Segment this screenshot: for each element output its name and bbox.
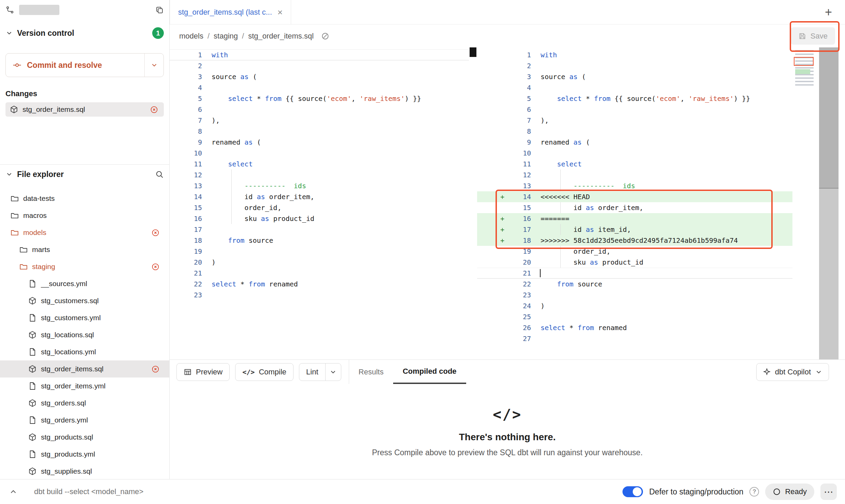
- file-explorer-header[interactable]: File explorer: [0, 165, 169, 184]
- file-item-stg-orders-sql[interactable]: stg_orders.sql: [0, 395, 169, 412]
- breadcrumb-separator: /: [207, 32, 210, 41]
- file-item-stg-locations-sql[interactable]: stg_locations.sql: [0, 326, 169, 343]
- editor-scrollbar[interactable]: [819, 47, 839, 359]
- item-label: stg_orders.sql: [41, 399, 86, 407]
- compile-button[interactable]: </> Compile: [235, 363, 293, 381]
- item-label: stg_locations.yml: [41, 348, 96, 356]
- scrollbar-thumb[interactable]: [470, 47, 476, 57]
- file-item-stg-supplies-sql[interactable]: stg_supplies.sql: [0, 463, 169, 479]
- item-label: stg_products.yml: [41, 450, 95, 458]
- doc-icon: [28, 382, 37, 390]
- folder-item-marts[interactable]: marts: [0, 241, 169, 258]
- discard-change-icon[interactable]: [150, 105, 158, 114]
- more-options-button[interactable]: ⋯: [820, 484, 837, 500]
- folder-item-staging[interactable]: staging: [0, 258, 169, 275]
- tab-compiled-code[interactable]: Compiled code: [393, 360, 466, 384]
- close-tab-icon[interactable]: ×: [277, 8, 283, 17]
- breadcrumb-separator: /: [242, 32, 244, 41]
- line-number: 21: [170, 268, 202, 279]
- version-control-header[interactable]: Version control 1: [5, 25, 164, 41]
- diff-added-marker: [477, 115, 504, 126]
- dbt-copilot-label: dbt Copilot: [775, 368, 811, 376]
- file-item-stg-locations-yml[interactable]: stg_locations.yml: [0, 343, 169, 360]
- file-item--sources-yml[interactable]: __sources.yml: [0, 275, 169, 292]
- ready-status-button[interactable]: Ready: [765, 484, 814, 500]
- scrollbar-thumb[interactable]: [819, 47, 839, 189]
- line-number: 23: [170, 290, 202, 300]
- doc-icon: [28, 347, 37, 356]
- command-text[interactable]: dbt build --select <model_name>: [34, 487, 143, 496]
- doc-icon: [28, 450, 37, 459]
- main-content: stg_order_items.sql (last c... × + model…: [170, 0, 845, 479]
- indent-guide: [560, 246, 561, 257]
- line-number: 10: [504, 148, 531, 159]
- folder-item-macros[interactable]: macros: [0, 207, 169, 224]
- line-number: 7: [170, 115, 202, 126]
- folder-icon: [10, 228, 19, 237]
- discard-change-icon[interactable]: [151, 228, 160, 237]
- defer-toggle[interactable]: [622, 486, 643, 497]
- breadcrumb-models[interactable]: models: [179, 32, 203, 41]
- tab-stg-order-items[interactable]: stg_order_items.sql (last c... ×: [170, 0, 291, 24]
- branch-icon[interactable]: [5, 5, 14, 14]
- minimap-annotation-mark: [794, 57, 814, 66]
- commit-and-resolve-button[interactable]: Commit and resolve: [5, 53, 164, 77]
- folder-item-models[interactable]: models: [0, 224, 169, 241]
- file-item-stg-order-items-sql[interactable]: stg_order_items.sql: [0, 360, 169, 377]
- chevron-up-icon[interactable]: [9, 487, 18, 496]
- line-number: 8: [504, 126, 531, 137]
- diff-added-marker: [477, 159, 504, 169]
- file-item-stg-customers-sql[interactable]: stg_customers.sql: [0, 292, 169, 309]
- line-number: 14: [170, 191, 202, 202]
- file-item-stg-orders-yml[interactable]: stg_orders.yml: [0, 412, 169, 429]
- code-line-15: 15 id as order_item,: [477, 202, 792, 213]
- chevron-down-icon: [5, 29, 13, 37]
- commit-and-resolve-main[interactable]: Commit and resolve: [6, 54, 144, 77]
- line-number: 17: [170, 224, 202, 235]
- new-tab-icon[interactable]: +: [825, 5, 832, 19]
- discard-change-icon[interactable]: [151, 263, 160, 271]
- file-item-stg-products-sql[interactable]: stg_products.sql: [0, 429, 169, 446]
- lint-button[interactable]: Lint: [299, 364, 325, 381]
- code-line-12: 12: [170, 169, 469, 180]
- code-line-6: 6: [170, 104, 469, 115]
- dbt-copilot-button[interactable]: dbt Copilot: [756, 363, 829, 381]
- left-pane-scrollbar[interactable]: [469, 47, 477, 359]
- commit-options-dropdown[interactable]: [144, 54, 163, 77]
- code-line-21: 21: [170, 268, 469, 279]
- code-line-10: 10: [477, 148, 792, 159]
- copy-icon[interactable]: [155, 6, 164, 14]
- tab-title: stg_order_items.sql (last c...: [178, 8, 272, 17]
- diff-added-marker: [477, 279, 504, 290]
- breadcrumb-file[interactable]: stg_order_items.sql: [248, 32, 314, 41]
- item-label: models: [23, 228, 46, 237]
- line-number: 4: [504, 82, 531, 93]
- code-line-7: 7),: [170, 115, 469, 126]
- line-number: 20: [170, 257, 202, 268]
- lint-options-dropdown[interactable]: [325, 364, 341, 381]
- help-icon[interactable]: ?: [749, 487, 759, 496]
- breadcrumb-staging[interactable]: staging: [214, 32, 238, 41]
- code-editor-pane-left[interactable]: 1with23source as (45 select * from {{ so…: [170, 47, 469, 359]
- diff-added-marker: [477, 311, 504, 322]
- discard-change-icon[interactable]: [151, 365, 160, 373]
- cube-icon: [28, 296, 37, 305]
- code-line-12: 12: [477, 169, 792, 180]
- search-icon[interactable]: [155, 170, 164, 179]
- diff-added-marker: +: [477, 213, 504, 224]
- code-line-11: 11 select: [170, 159, 469, 169]
- save-button[interactable]: Save: [791, 27, 835, 45]
- file-item-stg-order-items-yml[interactable]: stg_order_items.yml: [0, 377, 169, 395]
- tab-results[interactable]: Results: [349, 360, 393, 384]
- folder-item-data-tests[interactable]: data-tests: [0, 190, 169, 207]
- file-tree: data-testsmacrosmodelsmartsstaging__sour…: [0, 184, 169, 479]
- preview-button[interactable]: Preview: [176, 363, 230, 381]
- changed-file-row[interactable]: stg_order_items.sql: [5, 102, 164, 117]
- commit-and-resolve-label: Commit and resolve: [27, 61, 102, 70]
- code-editor-pane-right[interactable]: 1with23source as (45 select * from {{ so…: [477, 47, 792, 359]
- minimap[interactable]: [792, 47, 818, 359]
- code-line-10: 10: [170, 148, 469, 159]
- indent-guide: [231, 202, 232, 213]
- file-item-stg-customers-yml[interactable]: stg_customers.yml: [0, 309, 169, 326]
- file-item-stg-products-yml[interactable]: stg_products.yml: [0, 446, 169, 463]
